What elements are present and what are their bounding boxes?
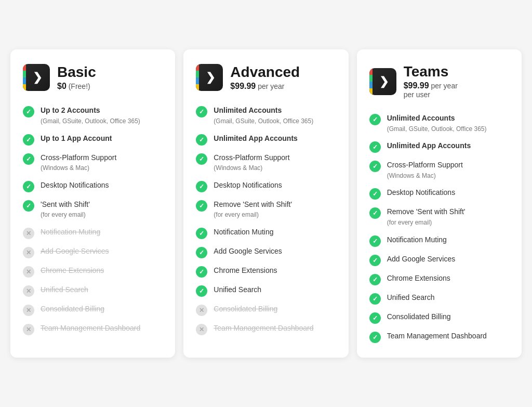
feature-text: 'Sent with Shift'(for every email) [41,200,90,220]
check-icon: ✓ [196,106,207,117]
check-icon: ✓ [196,200,207,212]
list-item: ✓Add Google Services [196,246,336,258]
plan-title-group-advanced: Advanced$99.99 per year [230,64,300,91]
list-item: ✓Cross-Platform Support(Windows & Mac) [369,160,509,180]
check-icon: ✓ [196,228,207,239]
cross-icon: ✕ [23,305,34,316]
feature-text: Consolidated Billing [41,304,104,314]
list-item: ✓Up to 1 App Account [23,134,163,146]
feature-text: Remove 'Sent with Shift'(for every email… [387,207,466,227]
feature-text: Cross-Platform Support(Windows & Mac) [387,160,463,180]
check-icon: ✓ [196,134,207,146]
feature-text: Team Management Dashboard [214,323,313,334]
list-item: ✓Desktop Notifications [369,188,509,200]
check-icon: ✓ [369,207,381,219]
list-item: ✕Team Management Dashboard [23,323,163,335]
feature-text: Cross-Platform Support(Windows & Mac) [41,153,116,173]
check-icon: ✓ [196,266,207,278]
cross-icon: ✕ [23,324,34,335]
feature-text: Notification Muting [214,227,273,238]
feature-text: Desktop Notifications [387,188,456,198]
plan-header-basic: ❯Basic$0 (Free!) [23,64,163,91]
list-item: ✓Cross-Platform Support(Windows & Mac) [23,153,163,173]
check-icon: ✓ [369,274,381,285]
feature-text: Unlimited Accounts(Gmail, GSuite, Outloo… [387,113,487,134]
cross-icon: ✕ [23,285,34,297]
plan-card-basic: ❯Basic$0 (Free!)✓Up to 2 Accounts(Gmail,… [10,49,175,357]
check-icon: ✓ [196,153,207,165]
list-item: ✓Cross-Platform Support(Windows & Mac) [196,153,336,173]
feature-text: Add Google Services [214,246,282,257]
check-icon: ✓ [23,200,34,212]
check-icon: ✓ [369,255,381,266]
check-icon: ✓ [369,114,381,125]
check-icon: ✓ [369,293,381,305]
plan-price-teams: $99.99 per yearper user [404,81,458,99]
list-item: ✓Consolidated Billing [369,312,509,324]
features-list-basic: ✓Up to 2 Accounts(Gmail, GSuite, Outlook… [23,106,163,335]
feature-text: Notification Muting [387,235,447,245]
check-icon: ✓ [196,181,207,192]
feature-text: Cross-Platform Support(Windows & Mac) [214,153,289,173]
plan-title-group-teams: Teams$99.99 per yearper user [404,64,458,99]
plan-name-teams: Teams [404,64,458,80]
list-item: ✓Desktop Notifications [196,180,336,192]
plan-price-advanced: $99.99 per year [230,82,300,91]
list-item: ✕Consolidated Billing [23,304,163,316]
plan-price-basic: $0 (Free!) [57,82,96,91]
list-item: ✓Chrome Extensions [196,266,336,278]
feature-text: Desktop Notifications [214,180,282,191]
feature-text: Desktop Notifications [41,180,109,191]
feature-text: Up to 1 App Account [41,134,112,144]
list-item: ✕Team Management Dashboard [196,323,336,335]
plan-logo-basic: ❯ [23,64,50,91]
list-item: ✓Remove 'Sent with Shift'(for every emai… [196,200,336,220]
pricing-container: ❯Basic$0 (Free!)✓Up to 2 Accounts(Gmail,… [10,49,522,357]
feature-text: Unified Search [214,285,261,295]
check-icon: ✓ [23,153,34,165]
plan-name-basic: Basic [57,64,96,81]
list-item: ✕Chrome Extensions [23,266,163,278]
feature-text: Unlimited Accounts(Gmail, GSuite, Outloo… [214,106,313,126]
plan-name-advanced: Advanced [230,64,300,81]
check-icon: ✓ [369,332,381,343]
list-item: ✓Unified Search [369,293,509,305]
check-icon: ✓ [369,141,381,153]
logo-arrow-icon: ❯ [206,71,215,84]
list-item: ✓Notification Muting [196,227,336,239]
feature-text: Chrome Extensions [214,266,277,276]
check-icon: ✓ [369,161,381,172]
plan-card-teams: ❯Teams$99.99 per yearper user✓Unlimited … [357,49,522,357]
feature-text: Unified Search [387,293,435,303]
feature-text: Chrome Extensions [41,266,104,276]
check-icon: ✓ [196,247,207,258]
list-item: ✕Consolidated Billing [196,304,336,316]
plan-title-group-basic: Basic$0 (Free!) [57,64,96,91]
check-icon: ✓ [196,285,207,297]
list-item: ✓Notification Muting [369,235,509,247]
cross-icon: ✕ [23,247,34,258]
plan-header-advanced: ❯Advanced$99.99 per year [196,64,336,91]
check-icon: ✓ [369,235,381,247]
feature-text: Unlimited App Accounts [387,141,471,151]
list-item: ✓Unified Search [196,285,336,297]
feature-text: Unified Search [41,285,88,295]
feature-text: Unlimited App Accounts [214,134,298,144]
feature-text: Consolidated Billing [387,312,451,322]
plan-card-advanced: ❯Advanced$99.99 per year✓Unlimited Accou… [183,49,348,357]
plan-logo-teams: ❯ [369,68,396,95]
list-item: ✓Add Google Services [369,254,509,266]
cross-icon: ✕ [196,324,207,335]
feature-text: Consolidated Billing [214,304,277,314]
cross-icon: ✕ [23,228,34,239]
list-item: ✕Notification Muting [23,227,163,239]
feature-text: Notification Muting [41,227,100,238]
list-item: ✓Up to 2 Accounts(Gmail, GSuite, Outlook… [23,106,163,126]
list-item: ✓Unlimited App Accounts [196,134,336,146]
feature-text: Add Google Services [387,254,456,265]
check-icon: ✓ [23,106,34,117]
features-list-teams: ✓Unlimited Accounts(Gmail, GSuite, Outlo… [369,113,509,343]
list-item: ✓Unlimited Accounts(Gmail, GSuite, Outlo… [196,106,336,126]
features-list-advanced: ✓Unlimited Accounts(Gmail, GSuite, Outlo… [196,106,336,335]
feature-text: Team Management Dashboard [41,323,140,334]
